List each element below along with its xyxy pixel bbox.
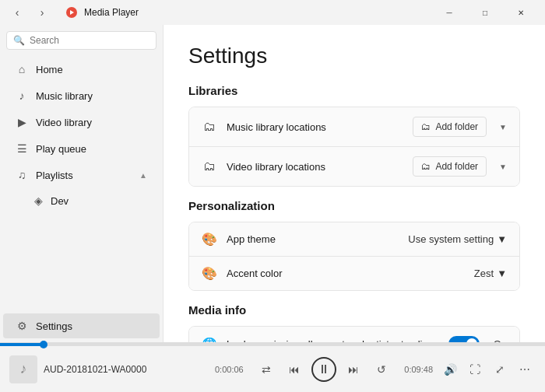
- music-library-row: 🗂 Music library locations 🗂 Add folder ▼: [189, 107, 519, 146]
- add-music-folder-button[interactable]: 🗂 Add folder: [413, 117, 487, 137]
- sidebar-item-home-label: Home: [36, 64, 63, 75]
- sidebar-item-home[interactable]: ⌂ Home: [3, 57, 160, 82]
- lookup-art-toggle[interactable]: [448, 336, 480, 342]
- track-note-icon: ♪: [20, 361, 27, 377]
- media-info-heading: Media info: [188, 303, 520, 317]
- libraries-heading: Libraries: [188, 84, 520, 97]
- sidebar-item-dev[interactable]: ◈ Dev: [3, 189, 160, 212]
- pause-button[interactable]: ⏸: [311, 357, 336, 382]
- forward-button[interactable]: ›: [31, 2, 53, 23]
- sidebar-item-music-label: Music library: [36, 90, 93, 102]
- add-video-folder-label: Add folder: [435, 161, 478, 172]
- minimize-button[interactable]: ─: [431, 0, 467, 25]
- track-art: ♪: [9, 355, 37, 383]
- page-title: Settings: [188, 44, 520, 68]
- accent-icon: 🎨: [202, 266, 217, 281]
- settings-icon: ⚙: [16, 320, 28, 332]
- shuffle-button[interactable]: ⇄: [255, 359, 277, 380]
- sidebar-item-playlists[interactable]: ♫ Playlists ▲: [3, 163, 160, 187]
- app-title: Media Player: [84, 7, 139, 18]
- folder-icon-video: 🗂: [202, 159, 217, 173]
- back-button[interactable]: ‹: [6, 2, 28, 23]
- time-elapsed: 0:00:06: [215, 365, 249, 374]
- sidebar-item-video-library[interactable]: ▶ Video library: [3, 110, 160, 135]
- next-button[interactable]: ⏭: [343, 359, 364, 380]
- lookup-art-row: 🌐 Look up missing album art and artist a…: [189, 327, 519, 342]
- title-bar-left: ‹ › Media Player: [6, 2, 431, 23]
- add-folder-icon: 🗂: [421, 121, 431, 132]
- music-icon: ♪: [16, 89, 28, 102]
- player-right-controls: 🔊 ⛶ ⤢ ⋯: [439, 359, 536, 380]
- maximize-button[interactable]: □: [467, 0, 503, 25]
- sidebar-item-music-library[interactable]: ♪ Music library: [3, 83, 160, 108]
- video-library-label: Video library locations: [227, 161, 403, 173]
- accent-color-row: 🎨 Accent color Zest ▼: [189, 256, 519, 290]
- music-library-label: Music library locations: [227, 121, 403, 133]
- video-icon: ▶: [16, 116, 28, 128]
- repeat-button[interactable]: ↺: [371, 359, 392, 380]
- time-total: 0:09:48: [399, 365, 433, 374]
- add-video-folder-button[interactable]: 🗂 Add folder: [413, 156, 487, 177]
- close-button[interactable]: ✕: [503, 0, 539, 25]
- playlists-icon: ♫: [16, 169, 28, 181]
- sidebar-item-dev-label: Dev: [51, 195, 69, 207]
- media-info-card: 🌐 Look up missing album art and artist a…: [188, 326, 520, 342]
- player-controls: ⇄ ⏮ ⏸ ⏭ ↺: [255, 357, 392, 382]
- chevron-up-icon: ▲: [139, 171, 147, 180]
- progress-fill: [0, 343, 44, 346]
- progress-bar[interactable]: [0, 343, 545, 346]
- video-library-row: 🗂 Video library locations 🗂 Add folder ▼: [189, 146, 519, 186]
- chevron-down-icon-theme: ▼: [497, 233, 507, 245]
- libraries-card: 🗂 Music library locations 🗂 Add folder ▼…: [188, 107, 520, 187]
- theme-icon: 🎨: [202, 232, 217, 247]
- queue-icon: ☰: [16, 142, 28, 155]
- player-content: ♪ AUD-20181021-WA0000 0:00:06 ⇄ ⏮ ⏸ ⏭ ↺ …: [0, 346, 545, 392]
- add-folder-icon-video: 🗂: [421, 161, 431, 172]
- previous-button[interactable]: ⏮: [283, 359, 305, 380]
- more-button[interactable]: ⋯: [514, 359, 536, 380]
- chevron-down-icon-video: ▼: [499, 163, 507, 171]
- chevron-down-icon-accent: ▼: [497, 268, 507, 279]
- sidebar-item-play-queue[interactable]: ☰ Play queue: [3, 136, 160, 161]
- nav-buttons: ‹ ›: [6, 2, 53, 23]
- app-theme-row: 🎨 App theme Use system setting ▼: [189, 222, 519, 256]
- sidebar: 🔍 ⌂ Home ♪ Music library ▶ Video library…: [0, 25, 164, 342]
- title-bar: ‹ › Media Player ─ □ ✕: [0, 0, 545, 25]
- window-controls: ─ □ ✕: [431, 0, 539, 25]
- personalization-heading: Personalization: [188, 199, 520, 212]
- sidebar-item-video-label: Video library: [36, 117, 92, 128]
- sidebar-item-settings[interactable]: ⚙ Settings: [3, 313, 160, 338]
- settings-content: Settings Libraries 🗂 Music library locat…: [164, 25, 545, 342]
- search-box[interactable]: 🔍: [6, 31, 156, 50]
- sidebar-item-playlists-label: Playlists: [36, 170, 73, 181]
- accent-color-value[interactable]: Zest ▼: [474, 268, 507, 279]
- mini-view-button[interactable]: ⛶: [464, 359, 486, 380]
- dev-icon: ◈: [34, 194, 43, 207]
- search-icon: 🔍: [13, 35, 25, 46]
- accent-color-label: Accent color: [227, 268, 465, 279]
- app-body: 🔍 ⌂ Home ♪ Music library ▶ Video library…: [0, 25, 545, 342]
- progress-dot: [40, 341, 47, 348]
- sidebar-item-queue-label: Play queue: [36, 143, 86, 155]
- folder-icon-music: 🗂: [202, 120, 217, 134]
- fullscreen-button[interactable]: ⤢: [489, 359, 511, 380]
- app-theme-label: App theme: [227, 233, 399, 245]
- sidebar-item-settings-label: Settings: [36, 320, 72, 332]
- personalization-card: 🎨 App theme Use system setting ▼ 🎨 Accen…: [188, 222, 520, 291]
- chevron-down-icon-music: ▼: [499, 123, 507, 131]
- app-icon: [65, 6, 78, 19]
- globe-icon: 🌐: [202, 337, 217, 343]
- app-theme-value[interactable]: Use system setting ▼: [408, 233, 507, 245]
- volume-button[interactable]: 🔊: [439, 359, 461, 380]
- add-music-folder-label: Add folder: [435, 121, 478, 132]
- track-info: AUD-20181021-WA0000: [44, 364, 209, 375]
- search-input[interactable]: [30, 35, 149, 46]
- home-icon: ⌂: [16, 63, 28, 75]
- playlists-left: ♫ Playlists: [16, 169, 73, 181]
- track-name: AUD-20181021-WA0000: [44, 364, 209, 375]
- player-bar: ♪ AUD-20181021-WA0000 0:00:06 ⇄ ⏮ ⏸ ⏭ ↺ …: [0, 342, 545, 392]
